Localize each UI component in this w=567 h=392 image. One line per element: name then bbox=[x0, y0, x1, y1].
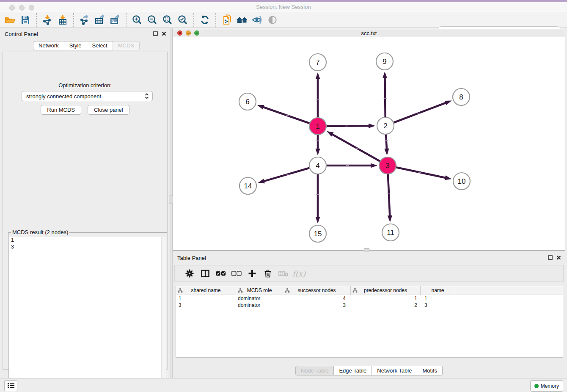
tab-edge-table[interactable]: Edge Table bbox=[334, 366, 372, 375]
network-canvas[interactable]: 7968124314101511 bbox=[173, 37, 565, 250]
table-row[interactable]: 1 dominator 4 1 1 bbox=[176, 295, 563, 302]
tab-style[interactable]: Style bbox=[64, 41, 87, 50]
save-session-button[interactable] bbox=[18, 13, 33, 27]
select-all-columns-button[interactable] bbox=[213, 266, 228, 281]
zoom-fit-button[interactable] bbox=[160, 13, 175, 27]
column-header-name[interactable]: name bbox=[421, 286, 455, 295]
close-panel-button[interactable]: Close panel bbox=[88, 105, 129, 115]
column-header-successor-nodes[interactable]: successor nodes bbox=[283, 286, 351, 295]
zoom-fit-icon bbox=[162, 14, 173, 25]
import-table-icon bbox=[57, 14, 68, 25]
network-window-titlebar[interactable]: scc.txt bbox=[173, 29, 565, 37]
graphics-details-button[interactable] bbox=[250, 13, 265, 27]
network-file-button[interactable] bbox=[219, 13, 234, 27]
node-table[interactable]: shared name MCDS role bbox=[176, 286, 563, 358]
tab-select[interactable]: Select bbox=[87, 41, 113, 50]
save-floppy-icon bbox=[20, 15, 30, 25]
home-icon bbox=[236, 15, 248, 25]
toggle-column-pane-button[interactable] bbox=[197, 266, 213, 281]
control-panel-title: Control Panel bbox=[5, 31, 38, 37]
home-button[interactable] bbox=[234, 13, 250, 27]
zoom-in-button[interactable] bbox=[129, 13, 145, 27]
column-header-mcds-role[interactable]: MCDS role bbox=[236, 286, 283, 295]
memory-button[interactable]: Memory bbox=[530, 380, 563, 392]
cell-mcds-role: dominator bbox=[236, 295, 283, 301]
result-scrollbar[interactable] bbox=[161, 237, 166, 392]
show-graphics-button[interactable] bbox=[265, 13, 280, 27]
tree-attribute-icon bbox=[352, 288, 358, 293]
mcds-tab-content: Optimization criterion: strongly connect… bbox=[3, 52, 168, 370]
open-session-button[interactable] bbox=[3, 13, 18, 27]
export-image-icon bbox=[110, 14, 121, 25]
column-label: name bbox=[431, 287, 444, 293]
criterion-dropdown[interactable]: strongly connected component bbox=[22, 91, 153, 101]
table-row[interactable]: 3 dominator 3 2 3 bbox=[176, 302, 563, 309]
table-settings-button[interactable] bbox=[182, 266, 197, 281]
table-panel-title: Table Panel bbox=[177, 255, 206, 261]
zoom-out-icon bbox=[147, 14, 158, 25]
export-network-icon bbox=[79, 14, 90, 25]
create-column-button[interactable] bbox=[244, 266, 260, 281]
graph-edge-3-1[interactable] bbox=[332, 134, 388, 166]
control-panel: Control Panel Network Style Select MCDS … bbox=[0, 28, 171, 378]
cell-shared-name: 1 bbox=[176, 295, 236, 301]
network-table-divider-grip[interactable] bbox=[364, 248, 369, 251]
import-table-button[interactable] bbox=[55, 13, 70, 27]
column-header-shared-name[interactable]: shared name bbox=[176, 286, 236, 295]
network-view-window: scc.txt 7968124314101511 bbox=[173, 29, 565, 251]
unselect-all-columns-button[interactable] bbox=[228, 266, 244, 281]
close-table-panel-icon[interactable] bbox=[556, 255, 561, 260]
tab-mcds[interactable]: MCDS bbox=[113, 41, 140, 50]
network-file-icon bbox=[221, 14, 232, 25]
delete-column-button[interactable] bbox=[260, 266, 275, 281]
function-builder-button: f(x) bbox=[291, 266, 307, 281]
fx-icon: f(x) bbox=[292, 269, 306, 278]
column-header-predecessor-nodes[interactable]: predecessor nodes bbox=[351, 286, 421, 295]
graph-edge-arrowhead bbox=[315, 217, 320, 224]
column-label: shared name bbox=[191, 287, 220, 293]
graph-edge-arrowhead bbox=[315, 149, 320, 155]
zoom-out-button[interactable] bbox=[145, 13, 160, 27]
control-panel-header: Control Panel bbox=[0, 28, 171, 40]
import-network-button[interactable] bbox=[40, 13, 55, 27]
graph-edge-arrowhead bbox=[388, 215, 392, 222]
tab-network[interactable]: Network bbox=[33, 41, 64, 50]
delete-table-icon bbox=[278, 270, 289, 277]
toolbar-separator bbox=[126, 13, 127, 27]
run-mcds-button[interactable]: Run MCDS bbox=[41, 105, 81, 115]
criterion-dropdown-value: strongly connected component bbox=[22, 93, 143, 99]
graph-node-label: 15 bbox=[314, 230, 322, 238]
tab-network-table[interactable]: Network Table bbox=[372, 366, 417, 375]
export-network-button[interactable] bbox=[77, 13, 92, 27]
graph-edge-3-10[interactable] bbox=[388, 166, 446, 178]
export-table-button[interactable] bbox=[92, 13, 107, 27]
export-image-button[interactable] bbox=[107, 13, 123, 27]
graph-node-label: 10 bbox=[458, 177, 466, 185]
show-log-button[interactable] bbox=[4, 380, 17, 391]
window-title: Session: New Session bbox=[0, 4, 567, 10]
toolbar-separator bbox=[193, 13, 194, 27]
tab-node-table[interactable]: Node Table bbox=[295, 366, 334, 375]
graph-edge-arrowhead bbox=[258, 179, 265, 183]
import-network-icon bbox=[42, 14, 53, 25]
main-toolbar bbox=[0, 12, 567, 28]
column-label: MCDS role bbox=[247, 287, 272, 293]
apply-layout-button[interactable] bbox=[197, 13, 212, 27]
graph-edge-arrowhead bbox=[257, 105, 264, 110]
graph-edge-2-8[interactable] bbox=[385, 102, 446, 126]
column-label: predecessor nodes bbox=[364, 287, 407, 293]
graph-edge-arrowhead bbox=[383, 72, 387, 78]
zoom-selected-button[interactable] bbox=[175, 13, 190, 27]
graph-node-label: 1 bbox=[316, 122, 319, 130]
float-table-panel-icon[interactable] bbox=[548, 255, 553, 260]
graph-edge-arrowhead bbox=[445, 175, 452, 180]
graph-node-label: 8 bbox=[459, 93, 463, 101]
mcds-result-group: MCDS result (2 nodes) 1 3 bbox=[8, 232, 167, 392]
mcds-result-text[interactable]: 1 3 bbox=[9, 237, 166, 392]
float-panel-icon[interactable] bbox=[153, 31, 158, 36]
optimization-criterion-label: Optimization criterion: bbox=[3, 82, 167, 88]
tab-motifs[interactable]: Motifs bbox=[417, 366, 443, 375]
close-panel-icon[interactable] bbox=[162, 31, 166, 36]
mcds-result-title: MCDS result (2 nodes) bbox=[11, 229, 69, 235]
tree-attribute-icon bbox=[285, 288, 290, 293]
